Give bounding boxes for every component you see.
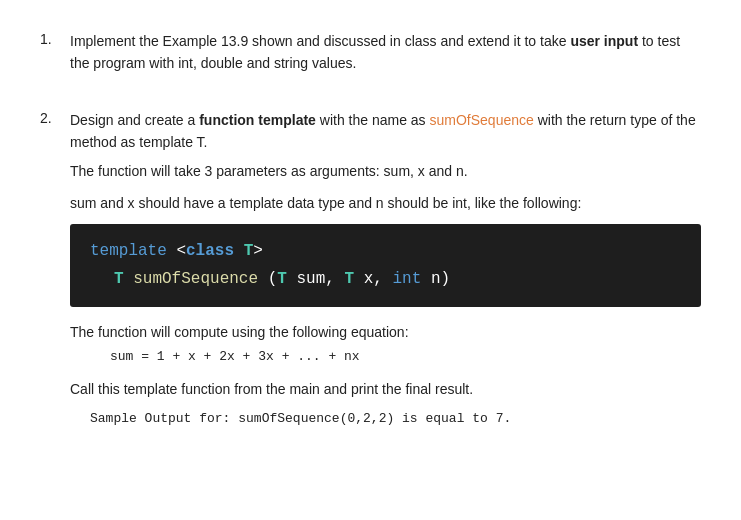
compute-label: The function will compute using the foll… [70,321,701,343]
call-label: Call this template function from the mai… [70,378,701,400]
function-name: sumOfSequence [124,270,258,288]
param-sum: sum, [287,270,345,288]
q2-intro-before: Design and create a [70,112,199,128]
question-1-number: 1. [40,30,70,81]
template-keyword: template [90,242,167,260]
code-block: template <class T> T sumOfSequence (T su… [70,224,701,306]
question-1-text: Implement the Example 13.9 shown and dis… [70,30,701,75]
T-type: T [244,242,254,260]
q2-intro: Design and create a function template wi… [70,109,701,154]
params-open: ( [258,270,277,288]
return-type-T: T [114,270,124,288]
class-keyword: class [186,242,234,260]
code-bracket-close: > [253,242,263,260]
question-2-number: 2. [40,109,70,426]
q2-intro-orange: sumOfSequence [430,112,534,128]
question-2-body: Design and create a function template wi… [70,109,701,426]
sample-output: Sample Output for: sumOfSequence(0,2,2) … [90,411,701,426]
param-x: x, [354,270,392,288]
q1-bold: user input [570,33,638,49]
equation: sum = 1 + x + 2x + 3x + ... + nx [110,349,701,364]
question-1: 1. Implement the Example 13.9 shown and … [40,30,701,81]
q2-subsection: sum and x should have a template data ty… [70,192,701,307]
param-T-x: T [344,270,354,288]
question-1-body: Implement the Example 13.9 shown and dis… [70,30,701,81]
question-2: 2. Design and create a function template… [40,109,701,426]
q2-line2: The function will take 3 parameters as a… [70,160,701,182]
code-bracket-open: < [167,242,186,260]
page-content: 1. Implement the Example 13.9 shown and … [40,30,701,426]
param-n: n) [421,270,450,288]
q1-text-before: Implement the Example 13.9 shown and dis… [70,33,570,49]
param-T-sum: T [277,270,287,288]
q2-sub-text: sum and x should have a template data ty… [70,192,701,214]
code-line-2: T sumOfSequence (T sum, T x, int n) [114,266,681,293]
q2-intro-bold: function template [199,112,316,128]
q2-intro-after: with the name as [316,112,430,128]
code-line-1: template <class T> [90,238,681,265]
param-int: int [392,270,421,288]
